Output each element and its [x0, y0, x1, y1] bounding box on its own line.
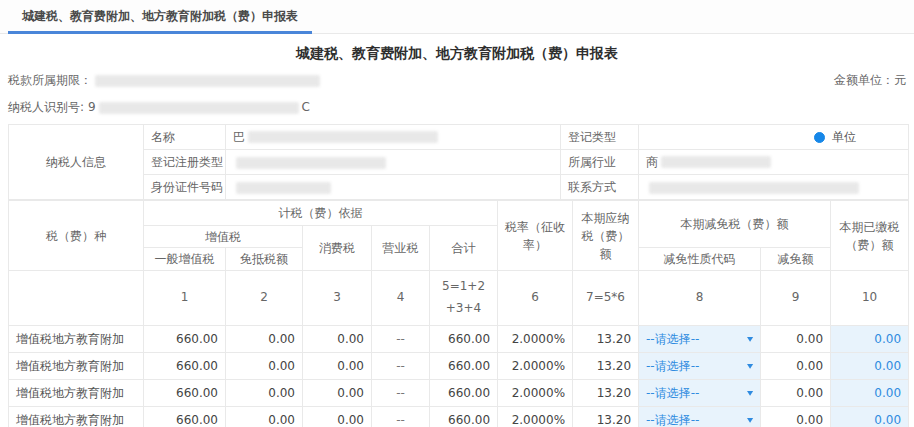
rate-value: 2.0000%	[498, 326, 573, 353]
industry-redacted	[661, 156, 771, 168]
total-value: 660.00	[430, 353, 498, 380]
table-row: 增值税地方教育附加 660.00 0.00 0.00 -- 660.00 2.0…	[9, 380, 909, 407]
col-header-reduction-amount: 减免额	[761, 248, 831, 271]
consumption-value: 0.00	[303, 380, 372, 407]
reduction-code-dropdown[interactable]: --请选择-- ▼	[646, 412, 753, 427]
taxpayer-id-redacted	[99, 102, 299, 114]
name-value: 巴	[226, 125, 561, 150]
tab-declaration-form[interactable]: 城建税、教育费附加、地方教育附加税（费）申报表	[8, 0, 312, 34]
taxpayer-info-table: 纳税人信息 名称 巴 登记类型 单位 个 登记注册类型 所属行业 商 身份证件号…	[8, 124, 909, 200]
tax-period-value-redacted	[95, 75, 320, 87]
col-num-empty	[9, 271, 144, 326]
row-label: 增值税地方教育附加	[9, 353, 144, 380]
col-num-3: 3	[303, 271, 372, 326]
tab-label: 城建税、教育费附加、地方教育附加税（费）申报表	[22, 9, 298, 23]
reduction-code-dropdown[interactable]: --请选择-- ▼	[646, 385, 753, 402]
tab-bar: 城建税、教育费附加、地方教育附加税（费）申报表	[0, 0, 914, 34]
total-value: 660.00	[430, 380, 498, 407]
business-value: --	[372, 326, 430, 353]
tax-period-label: 税款所属期限：	[8, 73, 92, 87]
col-header-reduction-group: 本期减免税（费）额	[639, 201, 831, 248]
row-label: 增值税地方教育附加	[9, 380, 144, 407]
industry-label: 所属行业	[561, 150, 639, 175]
dropdown-placeholder: --请选择--	[646, 412, 699, 427]
rate-value: 2.0000%	[498, 407, 573, 427]
col-header-total: 合计	[430, 226, 498, 271]
name-label: 名称	[144, 125, 226, 150]
row-label: 增值税地方教育附加	[9, 407, 144, 427]
business-value: --	[372, 353, 430, 380]
total-value: 660.00	[430, 407, 498, 427]
col-num-10: 10	[831, 271, 909, 326]
exempt-value: 0.00	[226, 326, 303, 353]
table-row: 增值税地方教育附加 660.00 0.00 0.00 -- 660.00 2.0…	[9, 407, 909, 427]
payable-value: 13.20	[573, 380, 639, 407]
chevron-down-icon: ▼	[747, 416, 753, 423]
col-header-business-tax: 营业税	[372, 226, 430, 271]
consumption-value: 0.00	[303, 353, 372, 380]
total-value: 660.00	[430, 326, 498, 353]
col-num-4: 4	[372, 271, 430, 326]
col-header-consumption-tax: 消费税	[303, 226, 372, 271]
row-label: 增值税地方教育附加	[9, 326, 144, 353]
exempt-value: 0.00	[226, 380, 303, 407]
rate-value: 2.0000%	[498, 380, 573, 407]
col-num-7: 7=5*6	[573, 271, 639, 326]
id-number-value	[226, 175, 561, 200]
col-num-1: 1	[144, 271, 226, 326]
col-header-exempt-amount: 免抵税额	[226, 248, 303, 271]
taxpayer-id-prefix: 9	[88, 100, 96, 114]
table-row: 增值税地方教育附加 660.00 0.00 0.00 -- 660.00 2.0…	[9, 326, 909, 353]
reg-register-type-label: 登记注册类型	[144, 150, 226, 175]
id-number-label: 身份证件号码	[144, 175, 226, 200]
payable-value: 13.20	[573, 353, 639, 380]
exempt-value: 0.00	[226, 353, 303, 380]
paid-amount-field[interactable]: 0.00	[831, 380, 909, 407]
general-vat-value: 660.00	[144, 326, 226, 353]
declaration-table: 税（费）种 计税（费）依据 税率（征收率） 本期应纳税（费）额 本期减免税（费）…	[8, 200, 909, 427]
reduction-code-cell: --请选择-- ▼	[639, 353, 761, 380]
contact-redacted	[649, 182, 859, 194]
reg-register-type-value	[226, 150, 561, 175]
name-prefix: 巴	[233, 130, 245, 144]
id-number-redacted	[236, 182, 331, 194]
col-num-9: 9	[761, 271, 831, 326]
payable-value: 13.20	[573, 407, 639, 427]
column-number-row: 1 2 3 4 5=1+2+3+4 6 7=5*6 8 9 10	[9, 271, 909, 326]
col-num-2: 2	[226, 271, 303, 326]
dropdown-placeholder: --请选择--	[646, 385, 699, 402]
reduction-amount-value: 0.00	[761, 380, 831, 407]
reduction-code-dropdown[interactable]: --请选择-- ▼	[646, 331, 753, 348]
col-num-5: 5=1+2+3+4	[430, 271, 498, 326]
tax-period: 税款所属期限：	[8, 72, 323, 89]
dropdown-placeholder: --请选择--	[646, 331, 699, 348]
paid-amount-field[interactable]: 0.00	[831, 353, 909, 380]
radio-option-unit[interactable]: 单位	[814, 129, 856, 146]
radio-unit-label: 单位	[832, 129, 856, 146]
col-num-6: 6	[498, 271, 573, 326]
col-header-vat: 增值税	[144, 226, 303, 248]
reduction-code-dropdown[interactable]: --请选择-- ▼	[646, 358, 753, 375]
col-header-tax-basis: 计税（费）依据	[144, 201, 498, 226]
page-title: 城建税、教育费附加、地方教育附加税（费）申报表	[0, 45, 914, 63]
col-header-tax-type: 税（费）种	[9, 201, 144, 271]
business-value: --	[372, 407, 430, 427]
chevron-down-icon: ▼	[747, 362, 753, 369]
paid-amount-field[interactable]: 0.00	[831, 407, 909, 427]
col-header-payable: 本期应纳税（费）额	[573, 201, 639, 271]
reduction-amount-value: 0.00	[761, 326, 831, 353]
chevron-down-icon: ▼	[747, 389, 753, 396]
amount-unit: 金额单位：元	[834, 72, 906, 89]
rate-value: 2.0000%	[498, 353, 573, 380]
contact-value	[639, 175, 909, 200]
name-redacted	[248, 131, 438, 143]
taxpayer-id: 纳税人识别号: 9C	[0, 99, 914, 116]
registration-type-label: 登记类型	[561, 125, 639, 150]
paid-amount-field[interactable]: 0.00	[831, 326, 909, 353]
col-header-rate: 税率（征收率）	[498, 201, 573, 271]
general-vat-value: 660.00	[144, 353, 226, 380]
exempt-value: 0.00	[226, 407, 303, 427]
industry-value: 商	[639, 150, 909, 175]
reg-register-type-redacted	[236, 157, 386, 169]
radio-selected-icon	[814, 132, 825, 143]
